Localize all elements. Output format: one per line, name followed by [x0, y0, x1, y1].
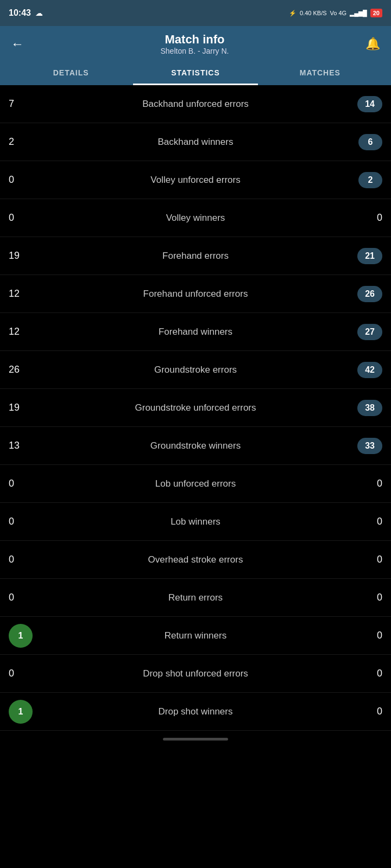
left-value-pill-green: 1: [9, 624, 33, 648]
stat-right-value: 6: [350, 134, 382, 150]
battery-indicator: 20: [370, 9, 382, 17]
stat-label: Groundstroke errors: [41, 365, 350, 375]
header-top: ← Match info Shelton B. - Jarry N. 🔔: [9, 33, 382, 55]
header-title-block: Match info Shelton B. - Jarry N.: [26, 33, 363, 55]
stat-row: 26Groundstroke errors42: [0, 351, 391, 389]
stat-left-value: 12: [9, 326, 41, 337]
stat-label: Groundstroke unforced errors: [41, 403, 350, 413]
stat-label: Lob unforced errors: [41, 478, 350, 489]
back-button[interactable]: ←: [9, 34, 26, 54]
stat-right-value: 0: [350, 668, 382, 679]
stat-label: Backhand unforced errors: [41, 99, 350, 110]
stat-left-value: 13: [9, 440, 41, 451]
stat-label: Return winners: [41, 630, 350, 641]
stat-right-value: 21: [350, 248, 382, 264]
right-value-plain: 0: [377, 630, 382, 641]
stat-right-value: 0: [350, 554, 382, 565]
stat-left-value: 19: [9, 402, 41, 413]
stat-left-value: 0: [9, 212, 41, 224]
tab-bar: DETAILS STATISTICS MATCHES: [9, 62, 382, 85]
stat-row: 0Drop shot unforced errors0: [0, 655, 391, 693]
status-bar: 10:43 ☁ ⚡ 0.40 KB/S Vo 4G ▂▄▆█ 20: [0, 0, 391, 26]
stat-row: 0Lob unforced errors0: [0, 465, 391, 503]
tab-details[interactable]: DETAILS: [9, 62, 133, 85]
right-value-pill: 42: [357, 362, 382, 378]
right-value-plain: 0: [377, 516, 382, 527]
stat-left-value: 1: [9, 700, 41, 724]
right-value-pill: 33: [357, 438, 382, 454]
stat-right-value: 14: [350, 96, 382, 112]
stat-left-value: 1: [9, 624, 41, 648]
stat-left-value: 0: [9, 478, 41, 489]
stat-label: Volley unforced errors: [41, 175, 350, 186]
left-value-pill-green: 1: [9, 700, 33, 724]
stat-label: Forehand errors: [41, 251, 350, 261]
notification-icon: ☁: [35, 9, 43, 17]
stat-left-value: 19: [9, 250, 41, 261]
stat-left-value: 0: [9, 174, 41, 186]
stat-label: Drop shot winners: [41, 706, 350, 717]
stat-right-value: 27: [350, 324, 382, 340]
stat-row: 2Backhand winners6: [0, 123, 391, 161]
stat-right-value: 0: [350, 516, 382, 527]
stat-label: Backhand winners: [41, 137, 350, 148]
stat-row: 0Overhead stroke errors0: [0, 541, 391, 579]
stat-right-value: 42: [350, 362, 382, 378]
stat-left-value: 0: [9, 516, 41, 527]
page-title: Match info: [26, 33, 363, 47]
stat-label: Drop shot unforced errors: [41, 668, 350, 679]
stat-row: 0Lob winners0: [0, 503, 391, 541]
right-value-pill: 21: [357, 248, 382, 264]
stat-right-value: 2: [350, 172, 382, 188]
stat-label: Return errors: [41, 592, 350, 603]
stat-label: Volley winners: [41, 213, 350, 224]
stat-right-value: 0: [350, 706, 382, 717]
right-value-plain: 0: [377, 478, 382, 489]
right-value-pill: 27: [357, 324, 382, 340]
signal-bars: ▂▄▆█: [350, 10, 367, 17]
right-value-plain: 0: [377, 554, 382, 565]
stat-right-value: 0: [350, 592, 382, 603]
right-value-pill: 14: [357, 96, 382, 112]
stat-label: Lob winners: [41, 516, 350, 527]
stat-right-value: 0: [350, 212, 382, 224]
right-value-plain: 0: [377, 212, 382, 224]
right-value-plain: 0: [377, 592, 382, 603]
right-value-pill: 2: [358, 172, 382, 188]
header: ← Match info Shelton B. - Jarry N. 🔔 DET…: [0, 26, 391, 85]
stat-left-value: 12: [9, 288, 41, 299]
bottom-bar: [0, 731, 391, 747]
right-value-pill: 38: [357, 400, 382, 416]
stat-right-value: 38: [350, 400, 382, 416]
stat-label: Groundstroke winners: [41, 441, 350, 451]
stats-list: 7Backhand unforced errors142Backhand win…: [0, 85, 391, 731]
stat-row: 12Forehand winners27: [0, 313, 391, 351]
stat-label: Forehand unforced errors: [41, 289, 350, 299]
right-value-plain: 0: [377, 706, 382, 717]
stat-left-value: 2: [9, 136, 41, 148]
match-subtitle: Shelton B. - Jarry N.: [26, 47, 363, 55]
status-bar-right: ⚡ 0.40 KB/S Vo 4G ▂▄▆█ 20: [289, 9, 382, 17]
stat-row: 1Return winners0: [0, 617, 391, 655]
stat-row: 7Backhand unforced errors14: [0, 85, 391, 123]
tab-statistics[interactable]: STATISTICS: [133, 62, 257, 85]
bell-button[interactable]: 🔔: [363, 35, 382, 53]
network-type: Vo 4G: [330, 10, 347, 16]
stat-row: 19Groundstroke unforced errors38: [0, 389, 391, 427]
status-bar-left: 10:43 ☁: [9, 8, 43, 18]
right-value-pill: 6: [358, 134, 382, 150]
stat-left-value: 0: [9, 668, 41, 679]
status-time: 10:43: [9, 8, 31, 18]
stat-right-value: 0: [350, 478, 382, 489]
stat-right-value: 0: [350, 630, 382, 641]
stat-row: 0Volley winners0: [0, 199, 391, 237]
stat-label: Forehand winners: [41, 327, 350, 337]
tab-matches[interactable]: MATCHES: [258, 62, 382, 85]
stat-row: 1Drop shot winners0: [0, 693, 391, 731]
stat-left-value: 26: [9, 364, 41, 375]
stat-left-value: 7: [9, 98, 41, 110]
network-speed: 0.40 KB/S: [300, 10, 327, 16]
stat-right-value: 33: [350, 438, 382, 454]
right-value-pill: 26: [357, 286, 382, 302]
stat-row: 13Groundstroke winners33: [0, 427, 391, 465]
